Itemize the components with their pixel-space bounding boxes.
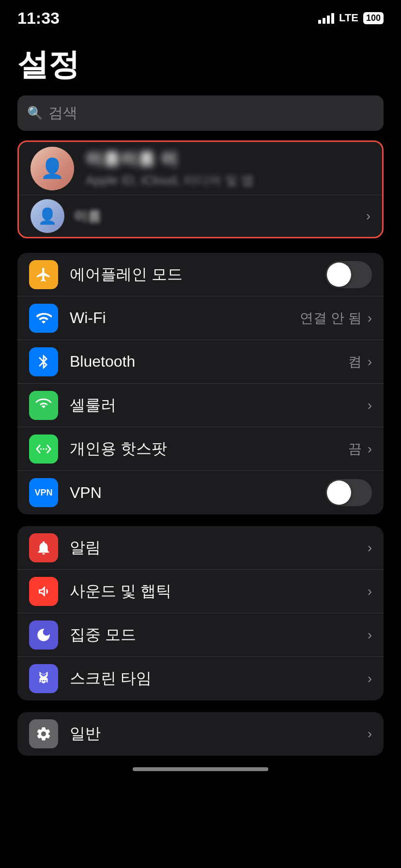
screentime-row[interactable]: 스크린 타임 ›	[17, 657, 384, 700]
general-label: 일반	[70, 723, 368, 744]
sounds-row[interactable]: 사운드 및 햅틱 ›	[17, 570, 384, 613]
bluetooth-label: Bluetooth	[70, 353, 348, 371]
hotspot-value: 끔	[348, 440, 362, 458]
secondary-avatar: 👤	[31, 199, 64, 233]
notifications-settings-card: 알림 › 사운드 및 햅틱 › 집중 모드 › 스크린 타임 ›	[17, 526, 384, 700]
hotspot-label: 개인용 핫스팟	[70, 438, 348, 460]
profile-info: 이름이름 이 Apple ID, iCloud, 미디어 및 앱	[86, 148, 370, 189]
wifi-icon	[29, 304, 58, 333]
home-indicator	[133, 767, 268, 771]
battery-indicator: 100	[363, 12, 384, 24]
screentime-icon	[29, 664, 58, 693]
notifications-chevron-icon: ›	[368, 540, 372, 556]
hotspot-row[interactable]: 개인용 핫스팟 끔 ›	[17, 427, 384, 471]
battery-percentage: 100	[366, 13, 381, 23]
sounds-icon	[29, 577, 58, 606]
profile-name: 이름이름 이	[86, 148, 370, 170]
secondary-chevron-icon: ›	[366, 208, 370, 224]
airplane-toggle[interactable]	[325, 261, 372, 288]
vpn-icon: VPN	[29, 478, 58, 507]
hotspot-chevron-icon: ›	[368, 441, 372, 457]
page-title: 설정	[0, 29, 401, 95]
screentime-chevron-icon: ›	[368, 671, 372, 686]
status-right: LTE 100	[318, 12, 384, 24]
airplane-icon	[29, 260, 58, 289]
notifications-row[interactable]: 알림 ›	[17, 526, 384, 570]
bluetooth-row[interactable]: Bluetooth 켬 ›	[17, 340, 384, 384]
status-bar: 11:33 LTE 100	[0, 0, 401, 29]
screentime-label: 스크린 타임	[70, 668, 368, 689]
wifi-label: Wi-Fi	[70, 309, 300, 327]
secondary-profile-row[interactable]: 👤 이름 ›	[19, 195, 382, 237]
hotspot-icon	[29, 434, 58, 464]
cellular-row[interactable]: 셀룰러 ›	[17, 384, 384, 427]
notifications-label: 알림	[70, 537, 368, 558]
network-settings-card: 에어플레인 모드 Wi-Fi 연결 안 됨 › Bluetooth 켬 ›	[17, 253, 384, 514]
notifications-icon	[29, 533, 58, 562]
airplane-label: 에어플레인 모드	[70, 264, 325, 285]
profile-sub: Apple ID, iCloud, 미디어 및 앱	[86, 172, 370, 189]
search-placeholder: 검색	[48, 103, 77, 123]
avatar: 👤	[31, 147, 74, 190]
cellular-label: 셀룰러	[70, 395, 368, 416]
vpn-label: VPN	[70, 484, 325, 502]
wifi-chevron-icon: ›	[368, 310, 372, 326]
sounds-label: 사운드 및 햅틱	[70, 581, 368, 602]
search-bar[interactable]: 🔍 검색	[17, 95, 384, 131]
general-row[interactable]: 일반 ›	[17, 712, 384, 756]
cellular-chevron-icon: ›	[368, 398, 372, 413]
secondary-profile-name: 이름	[74, 207, 101, 225]
airplane-mode-row[interactable]: 에어플레인 모드	[17, 253, 384, 296]
general-chevron-icon: ›	[368, 726, 372, 742]
focus-icon	[29, 620, 58, 650]
signal-bars-icon	[318, 12, 334, 24]
general-settings-card: 일반 ›	[17, 712, 384, 756]
focus-row[interactable]: 집중 모드 ›	[17, 613, 384, 657]
general-icon	[29, 719, 58, 748]
primary-profile-row[interactable]: 👤 이름이름 이 Apple ID, iCloud, 미디어 및 앱	[19, 142, 382, 195]
status-time: 11:33	[17, 9, 60, 28]
wifi-row[interactable]: Wi-Fi 연결 안 됨 ›	[17, 296, 384, 340]
search-icon: 🔍	[27, 106, 43, 121]
bluetooth-value: 켬	[348, 353, 362, 371]
cellular-icon	[29, 391, 58, 420]
vpn-toggle[interactable]	[325, 479, 372, 506]
focus-label: 집중 모드	[70, 624, 368, 646]
lte-label: LTE	[339, 12, 358, 24]
sounds-chevron-icon: ›	[368, 584, 372, 599]
bluetooth-chevron-icon: ›	[368, 354, 372, 370]
wifi-value: 연결 안 됨	[300, 309, 362, 327]
focus-chevron-icon: ›	[368, 627, 372, 643]
vpn-row[interactable]: VPN VPN	[17, 471, 384, 514]
bluetooth-icon	[29, 347, 58, 376]
